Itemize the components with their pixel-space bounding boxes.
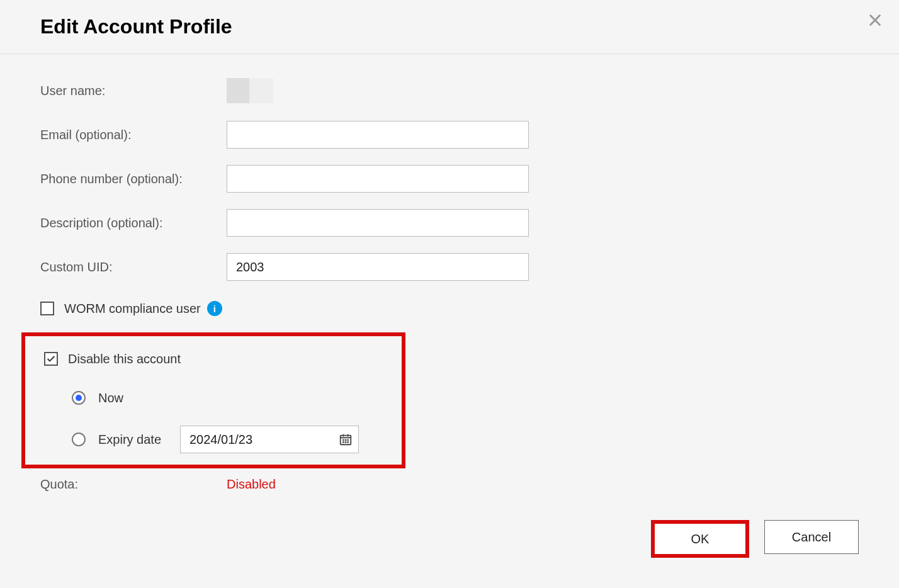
email-input[interactable] xyxy=(227,121,529,149)
radio-expiry[interactable] xyxy=(72,433,86,446)
user-name-row: User name: xyxy=(40,77,859,105)
close-icon[interactable] xyxy=(866,11,884,29)
quota-value: Disabled xyxy=(227,477,276,492)
radio-expiry-label: Expiry date xyxy=(98,433,180,447)
description-input[interactable] xyxy=(227,209,529,237)
ok-button-highlight: OK xyxy=(651,520,749,558)
cancel-button[interactable]: Cancel xyxy=(764,520,859,554)
user-name-label: User name: xyxy=(40,84,227,98)
dialog-title: Edit Account Profile xyxy=(40,15,859,38)
dialog-header: Edit Account Profile xyxy=(0,0,899,54)
radio-now-row: Now xyxy=(72,384,402,412)
radio-now-label: Now xyxy=(98,391,180,405)
user-name-value-redacted xyxy=(227,78,273,103)
edit-account-profile-dialog: Edit Account Profile User name: Email (o… xyxy=(0,0,899,588)
worm-checkbox[interactable] xyxy=(40,302,54,315)
info-icon[interactable]: i xyxy=(207,301,222,316)
custom-uid-input[interactable] xyxy=(227,253,529,281)
expiry-date-wrap xyxy=(180,426,359,453)
email-row: Email (optional): xyxy=(40,121,859,149)
ok-button[interactable]: OK xyxy=(655,524,745,554)
description-label: Description (optional): xyxy=(40,216,227,230)
phone-row: Phone number (optional): xyxy=(40,165,859,193)
description-row: Description (optional): xyxy=(40,209,859,237)
phone-label: Phone number (optional): xyxy=(40,172,227,186)
custom-uid-row: Custom UID: xyxy=(40,253,859,281)
custom-uid-label: Custom UID: xyxy=(40,260,227,274)
worm-label: WORM compliance user xyxy=(64,302,201,316)
dialog-body: User name: Email (optional): Phone numbe… xyxy=(0,54,899,514)
email-label: Email (optional): xyxy=(40,128,227,142)
dialog-footer: OK Cancel xyxy=(651,520,859,558)
disable-row: Disable this account xyxy=(44,348,402,370)
disable-label: Disable this account xyxy=(68,352,181,366)
radio-now[interactable] xyxy=(72,391,86,405)
phone-input[interactable] xyxy=(227,165,529,193)
disable-account-highlight: Disable this account Now Expiry date xyxy=(21,332,405,468)
expiry-date-input[interactable] xyxy=(180,426,359,453)
quota-row: Quota: Disabled xyxy=(40,477,859,492)
worm-row: WORM compliance user i xyxy=(40,297,859,320)
disable-checkbox[interactable] xyxy=(44,352,58,366)
radio-expiry-row: Expiry date xyxy=(72,426,402,453)
quota-label: Quota: xyxy=(40,477,227,492)
